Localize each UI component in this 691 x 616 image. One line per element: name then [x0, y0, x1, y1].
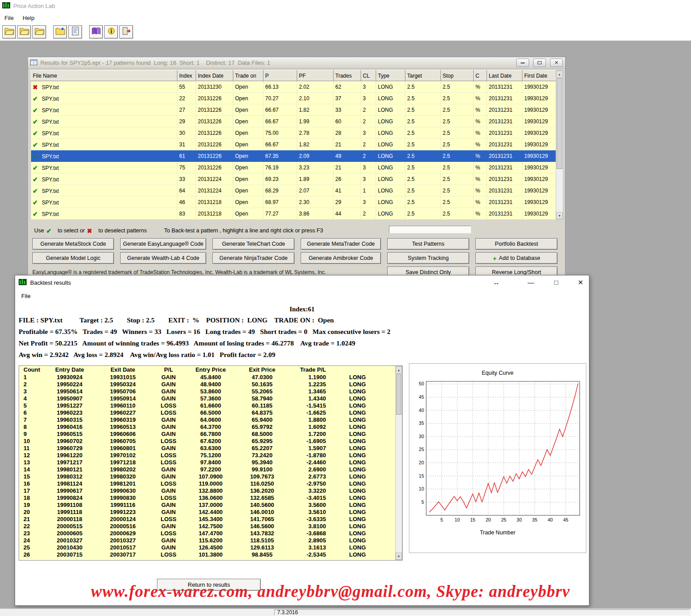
pattern-row[interactable]: ✔SPY.txt7520131226Open76.193.23213LONG2.… [31, 162, 557, 173]
select-icon[interactable]: ✔ [33, 210, 38, 217]
trade-row[interactable]: 242001032720010327GAIN115.6200118.51052.… [19, 537, 377, 544]
trade-row[interactable]: 141998012119980202GAIN97.220099.91002.69… [19, 466, 377, 473]
resize-icon[interactable]: ↔ [490, 277, 503, 288]
trade-row[interactable]: 151998031219980320GAIN107.0900109.76732.… [19, 473, 377, 480]
system-tracking-button[interactable]: System Tracking [387, 252, 469, 264]
select-icon[interactable]: ✔ [33, 106, 38, 114]
pattern-row[interactable]: ✔SPY.txt6420131224Open68.292.07411LONG2.… [31, 185, 557, 196]
add-to-database-button[interactable]: + Add to Database [475, 252, 558, 264]
info-tool-button[interactable] [104, 25, 118, 39]
trade-row[interactable]: 121996122019970102LOSS75.120073.2420-1.8… [19, 451, 377, 459]
trade-row[interactable]: 21995022419950324GAIN48.940050.16351.223… [19, 381, 377, 388]
trade-row[interactable]: 161998112419981201LOSS119.0000116.0250-2… [19, 480, 377, 487]
pattern-row[interactable]: ✔SPY.txt8320131218Open77.273.86442LONG2.… [31, 208, 557, 220]
close-button[interactable]: ✕ [574, 277, 587, 288]
select-icon[interactable]: ✔ [33, 118, 38, 125]
results-column-header[interactable]: File Name [31, 71, 177, 81]
generate-amibroker-code-button[interactable]: Generate Amibroker Code [301, 252, 381, 264]
pattern-row[interactable]: ✔SPY.txt4620131218Open68.972.30293LONG2.… [31, 196, 557, 208]
trade-row[interactable]: 131997121719971218LOSS97.840095.3940-2.4… [19, 459, 377, 466]
pattern-row[interactable]: ✔SPY.txt3120131226Open66.671.82212LONG2.… [31, 139, 557, 150]
select-icon[interactable]: ✔ [33, 141, 38, 148]
trades-scrollbar[interactable]: ▲ ▼ [395, 366, 402, 560]
trade-row[interactable]: 51995122719960110LOSS61.660060.1185-1.54… [19, 402, 377, 409]
pattern-row[interactable]: ✔SPY.txt3320131224Open69.231.89263LONG2.… [31, 173, 557, 185]
trade-row[interactable]: 222000051520000516GAIN142.7500146.56003.… [19, 522, 377, 530]
results-column-header[interactable]: Stop [441, 71, 474, 81]
results-column-header[interactable]: Trades [334, 71, 361, 81]
trade-row[interactable]: 11993092419931015GAIN45.840047.03001.190… [19, 373, 377, 381]
scroll-down-icon[interactable]: ▼ [396, 553, 402, 560]
trade-row[interactable]: 191999110819991116GAIN137.0000140.56003.… [19, 501, 377, 508]
open-file-button-1[interactable] [2, 25, 16, 39]
select-icon[interactable]: ✔ [33, 95, 38, 102]
generate-telechart-code-button[interactable]: Generate TeleChart Code [212, 238, 294, 250]
results-column-header[interactable]: First Date [522, 71, 557, 81]
pattern-row[interactable]: ✔SPY.txt2220131226Open70.272.10373LONG2.… [31, 93, 557, 104]
trade-row[interactable]: 31995061419950706GAIN53.860055.20651.346… [19, 388, 377, 395]
results-column-header[interactable]: Target [405, 71, 441, 81]
deselect-icon[interactable]: ✖ [33, 83, 38, 90]
pattern-row[interactable]: ✔SPY.txt2920131226Open66.671.99602LONG2.… [31, 116, 557, 127]
results-titlebar[interactable]: Results for SPY2p5.epr - 17 patterns fou… [28, 57, 565, 69]
select-icon[interactable]: ✔ [33, 129, 38, 137]
generate-wealthlab4-code-button[interactable]: Generate Wealth-Lab 4 Code [120, 252, 206, 264]
trade-row[interactable]: 101996070219960705LOSS67.620065.9295-1.6… [19, 437, 377, 444]
select-icon[interactable]: ✔ [33, 187, 38, 194]
trade-row[interactable]: 171999061719990630GAIN132.8800136.20203.… [19, 487, 377, 494]
results-column-header[interactable]: Index Date [196, 71, 233, 81]
report-tool-button[interactable] [68, 25, 82, 39]
results-scrollbar[interactable]: ▲ ▼ [556, 70, 563, 220]
pattern-row[interactable]: ✔SPY.txt3020131226Open75.002.78283LONG2.… [31, 127, 557, 139]
trade-row[interactable]: 71996031519960319GAIN64.060065.94001.880… [19, 416, 377, 423]
menu-file[interactable]: File [0, 13, 18, 23]
test-patterns-button[interactable]: Test Patterns [387, 238, 469, 250]
generate-metatrader-code-button[interactable]: Generate MetaTrader Code [301, 238, 381, 250]
book-tool-button[interactable] [89, 25, 103, 39]
select-icon[interactable]: ✔ [33, 176, 38, 183]
trade-row[interactable]: 262003071520030717LOSS101.380098.8455-2.… [19, 551, 377, 558]
results-column-header[interactable]: Index [177, 71, 196, 81]
trade-row[interactable]: 91996051519960606GAIN66.780068.50001.720… [19, 430, 377, 437]
results-column-header[interactable]: Last Date [487, 71, 522, 81]
results-column-header[interactable]: P [263, 71, 297, 81]
trade-row[interactable]: 61996022319960227LOSS66.500064.8375-1.66… [19, 409, 377, 416]
generate-easylanguage-code-button[interactable]: Generate EasyLanguage® Code [120, 238, 206, 250]
maximize-button[interactable] [533, 59, 546, 67]
scroll-thumb[interactable] [557, 78, 562, 169]
open-file-button-2[interactable] [17, 25, 31, 39]
results-column-header[interactable]: C [474, 71, 487, 81]
maximize-button[interactable]: □ [550, 277, 563, 288]
trade-row[interactable]: 81996041619960513GAIN64.370065.97921.609… [19, 423, 377, 430]
backtest-titlebar[interactable]: Backtest results ↔ — □ ✕ [15, 275, 589, 290]
menu-help[interactable]: Help [18, 13, 39, 23]
portfolio-backtest-button[interactable]: Portfolio Backtest [475, 238, 558, 250]
trade-row[interactable]: 41995090719950914GAIN57.360058.79401.434… [19, 395, 377, 402]
minimize-button[interactable] [516, 59, 529, 67]
pattern-row[interactable]: ✔SPY.txt2720131226Open66.671.82332LONG2.… [31, 104, 557, 116]
results-column-header[interactable]: PF [297, 71, 334, 81]
trade-row[interactable]: 212000011820000124LOSS145.3400141.7065-3… [19, 515, 377, 522]
minimize-button[interactable]: — [524, 277, 538, 288]
return-to-results-button[interactable]: Return to results [157, 579, 261, 591]
exit-tool-button[interactable] [119, 25, 133, 39]
generate-model-logic-button[interactable]: Generate Model Logic [32, 252, 114, 264]
folder-tool-button[interactable] [53, 25, 67, 39]
select-icon[interactable]: ✔ [33, 199, 38, 206]
generate-metastock-code-button[interactable]: Generate MetaStock Code [32, 238, 114, 250]
scroll-thumb[interactable] [396, 374, 401, 415]
trade-row[interactable]: 252001043020010517GAIN126.4500129.61133.… [19, 544, 377, 551]
results-column-header[interactable]: CL [361, 71, 376, 81]
scroll-down-icon[interactable]: ▼ [556, 212, 563, 219]
select-icon[interactable]: ✔ [33, 164, 38, 171]
results-column-header[interactable]: Trade on [233, 71, 263, 81]
trade-row[interactable]: 181999082419990830LOSS136.0600132.6585-3… [19, 494, 377, 501]
select-icon[interactable]: ✔ [33, 153, 38, 160]
scroll-up-icon[interactable]: ▲ [556, 71, 563, 78]
trade-row[interactable]: 232000060520000629LOSS147.4700143.7832-3… [19, 530, 377, 537]
results-column-header[interactable]: Type [376, 71, 405, 81]
close-button[interactable]: ✕ [550, 59, 563, 67]
trade-row[interactable]: 201999111819991223GAIN142.4400146.00103.… [19, 508, 377, 515]
backtest-menu-file[interactable]: File [15, 291, 37, 301]
generate-ninjatrader-code-button[interactable]: Generate NinjaTrader Code [212, 252, 294, 264]
